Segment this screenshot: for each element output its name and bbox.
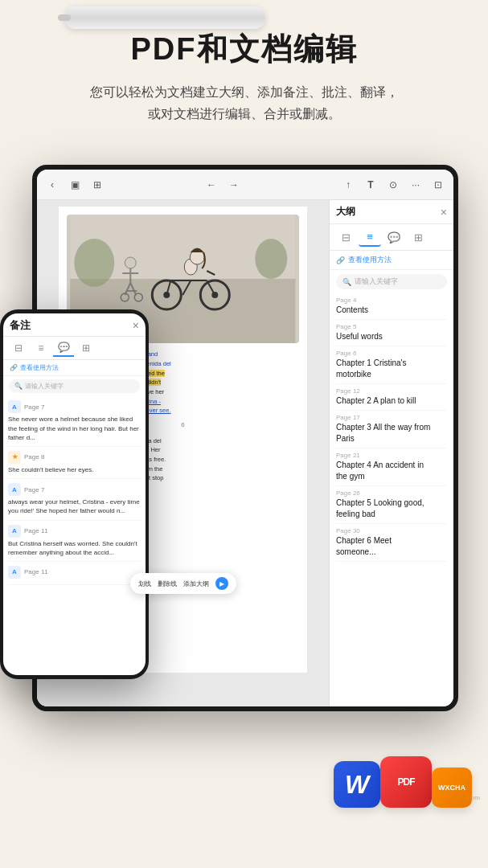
play-button[interactable]: ▶ <box>215 577 228 590</box>
device-area: ‹ ▣ ⊞ ← → ↑ T ⊙ ··· ⊡ <box>0 149 488 808</box>
phone-header: 备注 × <box>3 313 146 337</box>
svg-point-3 <box>74 239 114 287</box>
outline-page-30: Page 30 <box>336 527 447 534</box>
phone-help-text[interactable]: 查看使用方法 <box>20 363 59 372</box>
outline-item-useful-words[interactable]: Page 5 Useful words <box>336 320 447 346</box>
add-outline-button[interactable]: 添加大纲 <box>183 579 209 588</box>
outline-page-6: Page 6 <box>336 350 447 357</box>
annotation-badge-3: A <box>8 483 21 496</box>
delete-line-button[interactable]: 删除线 <box>158 579 177 588</box>
phone-panel-title: 备注 <box>10 318 31 333</box>
annotation-badge-4: A <box>8 525 21 538</box>
annotation-badge-2: ★ <box>8 451 21 464</box>
annotation-page-2: Page 8 <box>24 453 44 461</box>
outline-item-ch3[interactable]: Page 17 Chapter 3 All the way fromParis <box>336 411 447 448</box>
page-subtitle: 您可以轻松为文档建立大纲、添加备注、批注、翻译，或对文档进行编辑、合并或删减。 <box>32 81 456 125</box>
outline-page-12: Page 12 <box>336 387 447 395</box>
outline-text-ch2: Chapter 2 A plan to kill <box>336 395 447 407</box>
phone-device: 备注 × ⊟ ≡ 💬 ⊞ 🔗 查看使用方法 🔍 请输入关键字 A <box>0 309 149 679</box>
annotation-page-3: Page 7 <box>24 486 44 493</box>
annotation-page-5: Page 11 <box>24 568 48 575</box>
outline-text-ch6: Chapter 6 Meetsomeone... <box>336 535 447 558</box>
annotation-text-4: But Cristina herself was worried. She co… <box>8 539 141 557</box>
undo-icon[interactable]: ← <box>203 176 220 194</box>
phone-annotation-item-2[interactable]: ★ Page 8 She couldn't believe her eyes. <box>8 447 141 479</box>
annotation-badge-5: A <box>8 566 21 579</box>
phone-help[interactable]: 🔗 查看使用方法 <box>3 360 146 376</box>
back-icon[interactable]: ‹ <box>43 176 61 194</box>
outline-item-ch6[interactable]: Page 30 Chapter 6 Meetsomeone... <box>336 524 447 562</box>
outline-help[interactable]: 🔗 查看使用方法 <box>330 251 453 270</box>
outline-tab-more[interactable]: ⊞ <box>407 227 429 247</box>
outline-text-ch5: Chapter 5 Looking good,feeling bad <box>336 497 447 520</box>
annotation-page-1: Page 7 <box>24 403 44 411</box>
outline-tab-bookmark[interactable]: ⊟ <box>334 227 357 247</box>
outline-item-ch5[interactable]: Page 26 Chapter 5 Looking good,feeling b… <box>336 486 447 524</box>
phone-annotation-item-3[interactable]: A Page 7 always wear your helmet, Cristi… <box>8 479 141 520</box>
annotation-text-3: always wear your helmet, Cristina - ever… <box>8 497 141 515</box>
outline-tab-list[interactable]: ≡ <box>359 227 381 247</box>
outline-help-text[interactable]: 查看使用方法 <box>348 255 392 265</box>
wxcha-app-icon[interactable]: WXCHA <box>432 768 472 808</box>
outline-item-ch1[interactable]: Page 6 Chapter 1 Cristina'smotorbike <box>336 346 447 384</box>
redo-icon[interactable]: → <box>225 176 243 194</box>
grid-icon[interactable]: ⊞ <box>88 176 106 194</box>
outline-close-button[interactable]: × <box>441 206 447 219</box>
svg-point-16 <box>125 257 136 268</box>
outline-item-ch4[interactable]: Page 21 Chapter 4 An accident inthe gym <box>336 448 447 486</box>
annotation-page-4: Page 11 <box>24 527 48 534</box>
outline-header: 大纲 × <box>330 200 453 224</box>
share-icon[interactable]: ↑ <box>339 176 357 194</box>
phone-annotation-item-5[interactable]: A Page 11 <box>8 562 141 585</box>
phone-tab-comment[interactable]: 💬 <box>53 339 74 357</box>
phone-search-icon: 🔍 <box>14 383 23 390</box>
outline-search-bar: 🔍 请输入关键字 <box>336 274 447 289</box>
phone-search-bar: 🔍 请输入关键字 <box>9 379 140 393</box>
annotation-text-1: She never wore a helmet because she like… <box>8 415 141 442</box>
outline-item-ch2[interactable]: Page 12 Chapter 2 A plan to kill <box>336 384 447 411</box>
phone-annotation-item-1[interactable]: A Page 7 She never wore a helmet because… <box>8 396 141 447</box>
outline-text-ch3: Chapter 3 All the way fromParis <box>336 422 447 444</box>
outline-list: Page 4 Contents Page 5 Useful words Page… <box>330 293 453 706</box>
word-app-icon[interactable]: W <box>334 761 380 808</box>
text-icon[interactable]: T <box>362 176 379 194</box>
outline-tabs: ⊟ ≡ 💬 ⊞ <box>330 224 453 251</box>
outline-page-26: Page 26 <box>336 489 447 497</box>
phone-tabs: ⊟ ≡ 💬 ⊞ <box>3 337 146 360</box>
outline-item-contents[interactable]: Page 4 Contents <box>336 293 447 320</box>
word-icon-label: W <box>345 770 369 800</box>
outline-text-ch4: Chapter 4 An accident inthe gym <box>336 460 447 482</box>
outline-page-21: Page 21 <box>336 452 447 459</box>
outline-search-icon: 🔍 <box>342 278 351 286</box>
phone-tab-more[interactable]: ⊞ <box>76 339 96 357</box>
pdf-app-icon[interactable]: PDF <box>380 756 432 808</box>
page-title: PDF和文档编辑 <box>32 29 456 70</box>
annotation-toolbar[interactable]: 划线 删除线 添加大纲 ▶ <box>130 573 236 594</box>
phone-search-placeholder[interactable]: 请输入关键字 <box>25 382 64 391</box>
phone-close-button[interactable]: × <box>133 319 139 332</box>
tablet-toolbar: ‹ ▣ ⊞ ← → ↑ T ⊙ ··· ⊡ <box>37 170 453 200</box>
outline-page-5: Page 5 <box>336 323 447 330</box>
underline-button[interactable]: 划线 <box>138 579 151 588</box>
outline-title: 大纲 <box>336 205 355 219</box>
stylus-illustration <box>64 6 265 29</box>
pdf-icon-label: PDF <box>398 776 415 788</box>
outline-text-useful-words: Useful words <box>336 331 447 342</box>
watermark: com <box>467 794 480 801</box>
annotation-text-2: She couldn't believe her eyes. <box>8 465 141 474</box>
phone-tab-list[interactable]: ≡ <box>31 339 51 357</box>
phone-tab-bookmark[interactable]: ⊟ <box>8 339 29 357</box>
search-toolbar-icon[interactable]: ⊙ <box>384 176 402 194</box>
outline-page-17: Page 17 <box>336 414 447 421</box>
panel-icon[interactable]: ⊡ <box>429 176 447 194</box>
more-icon[interactable]: ··· <box>407 176 424 194</box>
outline-search-placeholder[interactable]: 请输入关键字 <box>355 276 398 287</box>
outline-text-contents: Contents <box>336 305 447 316</box>
view-icon[interactable]: ▣ <box>66 176 84 194</box>
outline-text-ch1: Chapter 1 Cristina'smotorbike <box>336 358 447 380</box>
annotation-badge-1: A <box>8 400 21 413</box>
outline-tab-comment[interactable]: 💬 <box>383 227 405 247</box>
phone-annotation-item-4[interactable]: A Page 11 But Cristina herself was worri… <box>8 521 141 562</box>
wxcha-icon-label: WXCHA <box>438 784 465 792</box>
outline-page-4: Page 4 <box>336 297 447 304</box>
